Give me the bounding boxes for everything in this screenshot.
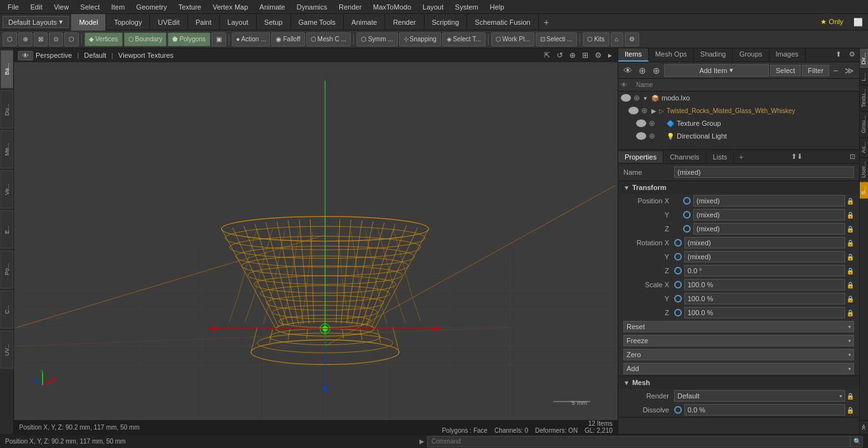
rot-x-lock-icon[interactable]: 🔒 — [846, 240, 854, 247]
tab-uvedit[interactable]: UVEdit — [150, 14, 187, 31]
tab-render[interactable]: Render — [385, 14, 424, 31]
item-vis-modo[interactable] — [621, 94, 631, 102]
rot-y-indicator[interactable] — [674, 253, 682, 261]
vertices-button[interactable]: ◆ Vertices — [85, 32, 123, 46]
settings-button[interactable]: ⚙ — [625, 32, 639, 46]
home-button[interactable]: ⌂ — [611, 32, 623, 46]
scale-x-input[interactable] — [684, 279, 845, 290]
items-settings-icon[interactable]: ⚙ — [845, 48, 859, 62]
menu-view[interactable]: View — [49, 2, 74, 12]
item-add-modo[interactable]: ⊕ — [634, 93, 642, 102]
tab-setup[interactable]: Setup — [257, 14, 291, 31]
item-expand-twisted[interactable]: ▶ — [651, 107, 659, 114]
tool-transform[interactable]: ⊠ — [34, 32, 48, 46]
viewport-more-icon[interactable]: ▸ — [606, 51, 614, 60]
menu-select[interactable]: Select — [75, 2, 105, 12]
items-tab-meshops[interactable]: Mesh Ops — [649, 48, 694, 62]
dissolve-input[interactable] — [684, 404, 845, 416]
items-more-icon[interactable]: ≫ — [842, 65, 857, 76]
canvas-area[interactable]: 5 mm X Y Z — [14, 62, 618, 420]
menu-vertexmap[interactable]: Vertex Map — [208, 2, 254, 12]
menu-edit[interactable]: Edit — [25, 2, 48, 12]
menu-maxtomodo[interactable]: MaxToModo — [368, 2, 416, 12]
items-chain-icon[interactable]: ⊕ — [650, 65, 663, 76]
name-input[interactable] — [674, 166, 854, 178]
props-tab-channels[interactable]: Channels — [663, 151, 706, 163]
mesh-c-button[interactable]: ⬡ Mesh C ... — [306, 32, 351, 46]
transform-section-header[interactable]: ▼ Transform — [618, 181, 859, 194]
tool-pivot[interactable]: ⊙ — [49, 32, 63, 46]
tab-scripting[interactable]: Scripting — [424, 14, 468, 31]
polygons-button[interactable]: ⬟ Polygons — [168, 32, 210, 46]
left-tab-polygon[interactable]: Po... — [1, 250, 13, 288]
render-dropdown[interactable]: Default ▾ — [674, 390, 845, 402]
tab-topology[interactable]: Topology — [106, 14, 150, 31]
left-tab-basic[interactable]: Ba... — [1, 50, 13, 88]
right-tab-s[interactable]: S... — [860, 182, 868, 199]
pos-z-indicator[interactable] — [683, 225, 691, 233]
items-tab-groups[interactable]: Groups — [733, 48, 769, 62]
pos-x-lock-icon[interactable]: 🔒 — [846, 198, 854, 205]
menu-texture[interactable]: Texture — [173, 2, 207, 12]
menu-geometry[interactable]: Geometry — [131, 2, 172, 12]
tab-paint[interactable]: Paint — [188, 14, 220, 31]
viewport-camera-button[interactable]: 👁 — [18, 51, 33, 60]
boundary-button[interactable]: ⬡ Boundary — [124, 32, 167, 46]
rot-x-indicator[interactable] — [674, 239, 682, 247]
zero-button[interactable]: Zero ▾ — [623, 349, 854, 360]
scale-y-indicator[interactable] — [674, 295, 682, 302]
viewport-zoom-icon[interactable]: ⊕ — [567, 51, 578, 60]
rot-z-lock-icon[interactable]: 🔒 — [846, 268, 854, 275]
bottom-expand-icon[interactable]: ▶ — [419, 438, 424, 445]
props-plus-button[interactable]: + — [734, 151, 748, 163]
items-tab-shading[interactable]: Shading — [694, 48, 733, 62]
right-tab-expand[interactable]: ≫ — [860, 420, 868, 434]
left-tab-c[interactable]: C... — [1, 290, 13, 329]
select-button[interactable]: Select — [770, 65, 801, 76]
item-vis-light[interactable] — [636, 132, 646, 140]
props-detach-button[interactable]: ⊡ — [846, 151, 859, 163]
add-item-button[interactable]: Add Item ▾ — [664, 64, 769, 77]
pos-y-lock-icon[interactable]: 🔒 — [846, 212, 854, 219]
scale-z-indicator[interactable] — [674, 309, 682, 316]
item-add-light[interactable]: ⊕ — [649, 132, 658, 140]
list-item[interactable]: ⊕ ▶ ▷ Twisted_Rocks_Misted_Glass_With_Wh… — [618, 104, 859, 117]
props-tab-lists[interactable]: Lists — [707, 151, 735, 163]
viewport-fit-icon[interactable]: ⊞ — [580, 51, 590, 60]
right-tab-as[interactable]: As... — [860, 137, 868, 157]
menu-layout[interactable]: Layout — [417, 2, 449, 12]
item-add-twisted[interactable]: ⊕ — [641, 106, 650, 115]
scale-y-input[interactable] — [684, 293, 845, 304]
menu-render[interactable]: Render — [334, 2, 367, 12]
left-tab-vertex[interactable]: Ve... — [1, 170, 13, 208]
right-tab-user[interactable]: User... — [860, 157, 868, 182]
rotation-y-input[interactable] — [684, 251, 845, 262]
menu-help[interactable]: Help — [485, 2, 510, 12]
item-vis-texture[interactable] — [636, 119, 646, 127]
command-search-button[interactable] — [850, 436, 863, 447]
items-minus-icon[interactable]: − — [831, 65, 841, 76]
scale-x-lock-icon[interactable]: 🔒 — [846, 282, 854, 288]
scale-z-input[interactable] — [684, 307, 845, 318]
action-button[interactable]: ● Action ... — [232, 32, 271, 46]
items-tab-images[interactable]: Images — [770, 48, 806, 62]
left-tab-uv[interactable]: UV... — [1, 330, 13, 369]
props-expand-button[interactable]: ⬆⬇ — [787, 151, 806, 163]
left-tab-mesh[interactable]: Me... — [1, 130, 13, 168]
list-item[interactable]: ⊕ ▾ 📦 modo.lxo — [618, 92, 859, 104]
rot-z-indicator[interactable] — [674, 267, 682, 275]
add-button[interactable]: Add ▾ — [623, 363, 854, 374]
tab-layout[interactable]: Layout — [220, 14, 257, 31]
tab-gametools[interactable]: Game Tools — [291, 14, 344, 31]
pos-x-indicator[interactable] — [683, 197, 691, 205]
list-item[interactable]: ⊕ 💡 Directional Light — [618, 130, 859, 142]
layout-dropdown[interactable]: Default Layouts ▾ — [3, 16, 69, 28]
rotation-x-input[interactable] — [684, 237, 845, 248]
kits-button[interactable]: ⬡ Kits — [583, 32, 609, 46]
tool-origin[interactable]: ⊕ — [18, 32, 32, 46]
symm-button[interactable]: ⬡ Symm ... — [356, 32, 397, 46]
viewport-move-icon[interactable]: ⇱ — [542, 51, 552, 60]
tool-element[interactable]: ⬡ — [64, 32, 79, 46]
left-tab-duplicate[interactable]: Du... — [1, 90, 13, 128]
add-layout-tab-button[interactable]: + — [539, 15, 554, 30]
